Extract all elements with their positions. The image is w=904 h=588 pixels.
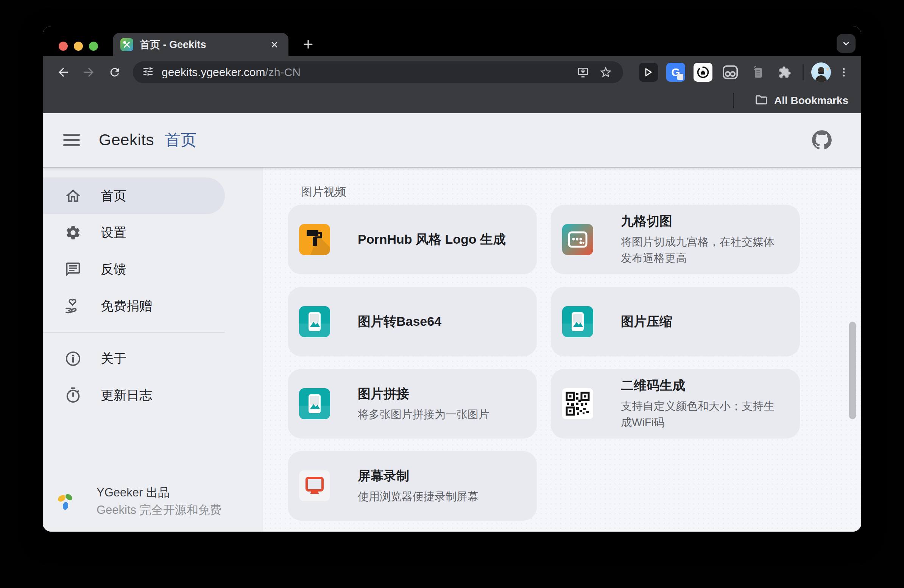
feedback-chat-icon <box>64 261 82 278</box>
browser-window: 首页 - Geekits geekits.ygeeker.com/zh-CN <box>43 26 861 531</box>
url-text: geekits.ygeeker.com/zh-CN <box>162 66 300 79</box>
grid-crop-icon <box>562 224 593 255</box>
tool-card-subtitle: 支持自定义颜色和大小；支持生成WiFi码 <box>621 398 783 430</box>
paint-roller-icon <box>299 224 330 255</box>
tab-close-icon[interactable] <box>268 38 281 51</box>
sidebar-item-settings[interactable]: 设置 <box>43 214 263 251</box>
tool-card-subtitle: 使用浏览器便捷录制屏幕 <box>358 489 479 505</box>
sidebar-divider <box>43 332 225 333</box>
menu-hamburger-icon[interactable] <box>63 132 81 148</box>
github-icon[interactable] <box>811 129 833 151</box>
all-bookmarks-button[interactable]: All Bookmarks <box>774 95 848 107</box>
tool-card-subtitle: 将图片切成九宫格，在社交媒体发布逼格更高 <box>621 234 783 266</box>
timer-icon <box>64 387 82 404</box>
toolbar-separator <box>803 64 804 80</box>
tool-card-title: 图片拼接 <box>358 385 490 403</box>
forward-icon[interactable] <box>80 63 98 81</box>
tool-card-title: 屏幕录制 <box>358 467 479 485</box>
tool-card-image-to-base64[interactable]: 图片转Base64 <box>288 287 537 356</box>
settings-gear-icon <box>64 224 82 241</box>
extension-reader-icon[interactable] <box>694 63 713 82</box>
sidebar-item-donate[interactable]: 免费捐赠 <box>43 288 263 324</box>
browser-toolbar: geekits.ygeeker.com/zh-CN G <box>43 56 861 88</box>
address-bar[interactable]: geekits.ygeeker.com/zh-CN <box>133 61 623 83</box>
sidebar-item-label: 免费捐赠 <box>101 297 152 315</box>
zoom-window-button[interactable] <box>89 42 98 51</box>
brand-title[interactable]: Geekits <box>99 131 154 149</box>
profile-avatar[interactable] <box>811 62 831 82</box>
tool-card-nine-grid[interactable]: 九格切图将图片切成九宫格，在社交媒体发布逼格更高 <box>551 205 800 274</box>
hand-heart-icon <box>64 297 82 315</box>
qrcode-icon <box>562 388 593 419</box>
tool-card-screen-record[interactable]: 屏幕录制使用浏览器便捷录制屏幕 <box>288 451 537 521</box>
reload-icon[interactable] <box>106 63 124 81</box>
tool-card-title: 二维码生成 <box>621 377 783 394</box>
sidebar-item-label: 设置 <box>101 224 126 241</box>
home-icon <box>64 187 82 205</box>
sidebar: 首页设置反馈免费捐赠 关于更新日志 YGeeker 出品 Geekits 完全开… <box>43 167 263 531</box>
sidebar-item-home[interactable]: 首页 <box>43 177 263 214</box>
app-header: Geekits 首页 <box>43 113 861 167</box>
sidebar-item-label: 更新日志 <box>101 387 152 404</box>
tool-card-image-compress[interactable]: 图片压缩 <box>551 287 800 356</box>
tool-card-pornhub-logo[interactable]: PornHub 风格 Logo 生成 <box>288 205 537 274</box>
tool-card-title: 图片转Base64 <box>358 313 441 330</box>
sidebar-item-feedback[interactable]: 反馈 <box>43 251 263 288</box>
tab-search-chevron-button[interactable] <box>837 34 855 53</box>
google-translate-icon[interactable]: G <box>666 63 685 82</box>
vertical-scrollbar[interactable] <box>849 322 856 419</box>
footer-byline: YGeeker 出品 <box>96 485 222 501</box>
tool-card-title: PornHub 风格 Logo 生成 <box>358 231 506 248</box>
site-settings-icon[interactable] <box>142 65 154 79</box>
close-window-button[interactable] <box>58 42 68 51</box>
bookmarks-bar: All Bookmarks <box>43 88 861 113</box>
menu-kebab-icon[interactable] <box>836 63 851 81</box>
sidebar-item-label: 首页 <box>101 187 126 205</box>
new-tab-button[interactable] <box>299 35 317 54</box>
browser-tab[interactable]: 首页 - Geekits <box>113 33 288 56</box>
screen-record-icon <box>299 470 330 501</box>
sidebar-item-label: 反馈 <box>101 261 126 278</box>
minimize-window-button[interactable] <box>74 42 83 51</box>
tab-favicon-tools-icon <box>120 38 133 51</box>
section-title: 图片视频 <box>301 184 346 200</box>
footer-tagline: Geekits 完全开源和免费 <box>96 502 222 518</box>
tool-card-image-stitch[interactable]: 图片拼接将多张图片拼接为一张图片 <box>288 369 537 438</box>
extension-clipper-icon[interactable] <box>748 63 767 82</box>
bookmarks-separator <box>733 93 734 108</box>
extension-mask-icon[interactable] <box>721 63 740 82</box>
image-icon <box>299 306 330 337</box>
sidebar-footer: YGeeker 出品 Geekits 完全开源和免费 <box>55 485 222 518</box>
tool-card-subtitle: 将多张图片拼接为一张图片 <box>358 407 490 422</box>
tool-card-qrcode-generate[interactable]: 二维码生成支持自定义颜色和大小；支持生成WiFi码 <box>551 369 800 438</box>
extensions-puzzle-icon[interactable] <box>775 63 794 82</box>
bookmark-star-icon[interactable] <box>597 64 614 80</box>
tab-title: 首页 - Geekits <box>140 38 268 52</box>
extension-code-icon[interactable] <box>639 63 658 82</box>
sidebar-item-label: 关于 <box>101 350 126 367</box>
folder-icon <box>754 93 768 108</box>
back-icon[interactable] <box>54 63 72 81</box>
main-content: 图片视频 PornHub 风格 Logo 生成九格切图将图片切成九宫格，在社交媒… <box>263 167 861 531</box>
install-app-icon[interactable] <box>575 64 591 80</box>
tab-strip: 首页 - Geekits <box>43 26 861 56</box>
tool-card-title: 图片压缩 <box>621 313 672 330</box>
tool-card-title: 九格切图 <box>621 213 783 230</box>
image-icon <box>562 306 593 337</box>
sidebar-item-changelog[interactable]: 更新日志 <box>43 377 263 413</box>
breadcrumb-page-link[interactable]: 首页 <box>165 129 196 151</box>
image-icon <box>299 388 330 419</box>
sidebar-item-about[interactable]: 关于 <box>43 340 263 377</box>
info-icon <box>64 350 82 367</box>
ygeeker-logo <box>55 492 75 511</box>
